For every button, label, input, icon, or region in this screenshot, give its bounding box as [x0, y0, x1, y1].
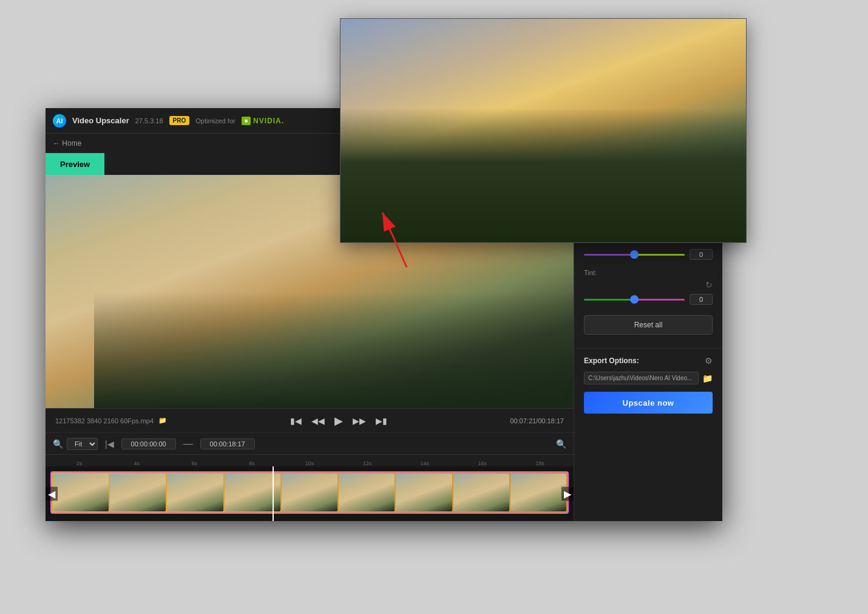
home-link[interactable]: ← Home [53, 139, 81, 148]
track-thumbnail [110, 474, 166, 511]
step-forward-button[interactable]: ▶▶ [353, 416, 366, 426]
file-info: 12175382 3840 2160 60Fps.mp4 📁 [55, 417, 167, 425]
zoom-controls: 🔍 Fit [53, 438, 98, 450]
track-thumbnail [396, 474, 452, 511]
zoom-in-icon[interactable]: 🔍 [556, 439, 566, 449]
zoom-out-icon[interactable]: 🔍 [53, 439, 63, 449]
nvidia-badge: ■ NVIDIA. [242, 117, 284, 125]
ruler-mark: 18s [511, 460, 569, 466]
zoom-dropdown[interactable]: Fit [67, 438, 98, 450]
timeline-area: ◀ ▶ [46, 466, 574, 521]
track-thumbnail [282, 474, 337, 511]
ruler-mark: 10s [281, 460, 339, 466]
svg-line-1 [382, 213, 407, 267]
time-start-input[interactable] [121, 438, 176, 449]
nvidia-logo-icon: ■ [242, 117, 251, 125]
track-thumbnail [339, 474, 395, 511]
timeline-separator: — [183, 438, 193, 449]
export-path-row: C:\Users\jazhu\Videos\Nero AI Video... 📁 [584, 372, 713, 384]
zoom-arrow-icon [370, 200, 419, 273]
track-thumbnail [510, 474, 566, 511]
ruler-mark: 2s [50, 460, 108, 466]
export-settings-icon[interactable]: ⚙ [705, 356, 713, 366]
export-options-label: Export Options: [584, 356, 639, 365]
tint-thumb[interactable] [630, 295, 639, 304]
temperature-track [584, 254, 685, 256]
app-version: 27.5.3.18 [135, 117, 163, 125]
time-display: 00:07:21/00:18:17 [510, 417, 564, 425]
timeline-ruler: 2s 4s 6s 8s 10s 12s 14s 16s 18s [46, 454, 574, 466]
timeline-start-icon: |◀ [105, 439, 114, 449]
play-button[interactable]: ▶ [334, 414, 343, 428]
tint-slider-row [584, 293, 713, 305]
pro-badge: PRO [169, 116, 190, 125]
timeline-track[interactable] [50, 471, 569, 514]
time-end-input[interactable] [200, 438, 255, 449]
tint-track [584, 299, 685, 301]
ruler-mark: 14s [396, 460, 453, 466]
ruler-mark: 8s [223, 460, 281, 466]
export-section: Export Options: ⚙ C:\Users\jazhu\Videos\… [574, 349, 722, 421]
upscale-now-button[interactable]: Upscale now [584, 392, 713, 414]
tab-preview[interactable]: Preview [46, 153, 104, 175]
app-name: Video Upscaler [72, 116, 129, 125]
temperature-slider-row [584, 248, 713, 261]
ruler-mark: 6s [166, 460, 223, 466]
tint-reset-button[interactable]: ↻ [705, 280, 713, 290]
skip-to-end-button[interactable]: ▶▮ [376, 416, 387, 426]
transport-controls: ▮◀ ◀◀ ▶ ▶▶ ▶▮ [290, 414, 387, 428]
temperature-slider-container [584, 248, 685, 261]
tint-value-input[interactable] [690, 294, 713, 305]
video-forest-overlay [94, 292, 574, 408]
transport-bar: 12175382 3840 2160 60Fps.mp4 📁 ▮◀ ◀◀ ▶ ▶… [46, 408, 574, 432]
track-thumbnail [453, 474, 509, 511]
track-scroll-right[interactable]: ▶ [561, 487, 574, 501]
ruler-mark: 16s [453, 460, 511, 466]
timeline-controls: 🔍 Fit |◀ — 🔍 [46, 432, 574, 454]
tint-slider-container [584, 293, 685, 305]
reset-all-button[interactable]: Reset all [584, 315, 713, 335]
optimized-text: Optimized for [195, 117, 235, 125]
tint-label: Tint: [584, 269, 713, 276]
temperature-thumb[interactable] [630, 250, 639, 259]
nvidia-text: NVIDIA. [253, 117, 284, 125]
ruler-mark: 4s [108, 460, 166, 466]
skip-to-start-button[interactable]: ▮◀ [290, 416, 302, 426]
temperature-value-input[interactable] [690, 249, 713, 260]
playhead[interactable] [273, 466, 274, 521]
folder-icon[interactable]: 📁 [158, 417, 167, 425]
ruler-marks: 2s 4s 6s 8s 10s 12s 14s 16s 18s [46, 455, 574, 466]
app-logo: AI [53, 114, 66, 128]
step-back-button[interactable]: ◀◀ [311, 416, 325, 426]
export-folder-button[interactable]: 📁 [702, 374, 713, 383]
track-thumbnail [53, 474, 109, 511]
export-path-display: C:\Users\jazhu\Videos\Nero AI Video... [584, 372, 699, 384]
track-thumbnail [225, 474, 280, 511]
track-scroll-left[interactable]: ◀ [46, 487, 58, 501]
export-header: Export Options: ⚙ [584, 356, 713, 366]
track-thumbnail [167, 474, 223, 511]
ruler-mark: 12s [338, 460, 396, 466]
